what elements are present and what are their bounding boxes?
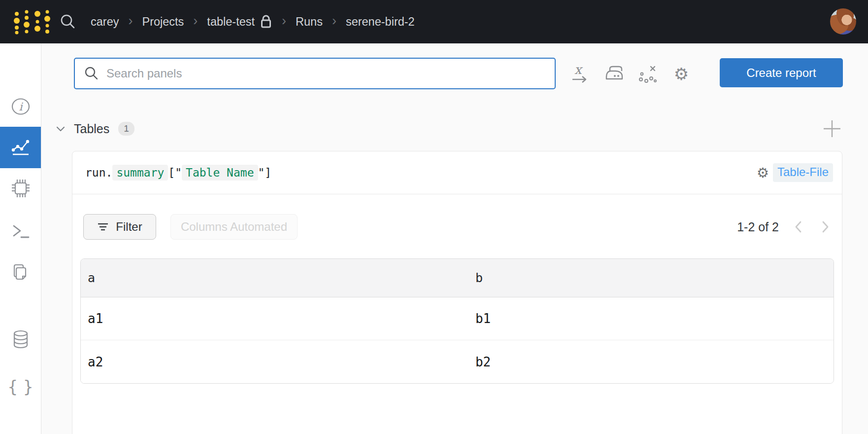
add-panel-button[interactable] [821, 117, 843, 140]
code-braces-icon [7, 377, 33, 397]
database-icon [11, 329, 31, 350]
table-cell: b1 [468, 311, 834, 326]
filter-button-label: Filter [116, 220, 142, 234]
table-row[interactable]: a1 b1 [81, 297, 834, 340]
terminal-icon [11, 223, 31, 241]
private-lock-icon [260, 14, 272, 29]
code-run-prefix: run. [85, 166, 112, 179]
code-open-bracket: [" [168, 166, 182, 179]
svg-text:x: x [574, 63, 583, 77]
panel-type-control[interactable]: Table-File [757, 163, 833, 182]
column-header-a[interactable]: a [81, 271, 468, 285]
breadcrumb-separator: › [332, 13, 336, 31]
global-search-icon[interactable] [59, 13, 77, 31]
code-summary-chip: summary [112, 165, 168, 181]
workspace-settings-gear-icon[interactable] [670, 63, 693, 85]
sidebar-item-artifacts[interactable] [0, 322, 41, 357]
table-cell: a2 [81, 355, 468, 369]
table-toolbar: Filter Columns Automated 1-2 of 2 [83, 214, 834, 240]
breadcrumb-project[interactable]: table-test [207, 15, 255, 29]
filter-button[interactable]: Filter [83, 214, 156, 240]
section-title: Tables [74, 122, 109, 136]
search-icon [84, 66, 100, 81]
tables-section-header: Tables 1 [54, 118, 134, 139]
smoothing-iron-icon[interactable] [603, 63, 626, 85]
panel-search [74, 58, 556, 89]
workspace-main: x Create report Tables 1 [41, 43, 868, 434]
svg-text:i: i [19, 101, 23, 113]
sidebar-item-files[interactable] [0, 255, 41, 289]
section-count-badge: 1 [118, 122, 134, 136]
sidebar-item-system[interactable] [0, 171, 41, 206]
panel-key-expression: run.summary["Table Name"] [85, 166, 271, 179]
plus-icon [822, 118, 842, 139]
sidebar-item-overview[interactable]: i [0, 89, 41, 124]
cpu-chip-icon [10, 178, 32, 199]
line-chart-icon [10, 137, 32, 158]
chevron-right-icon [822, 220, 830, 233]
panel-header: run.summary["Table Name"] Table-File [72, 151, 842, 194]
data-table: a b a1 b1 a2 b2 [80, 258, 834, 384]
filter-lines-icon [97, 222, 109, 232]
columns-automated-button[interactable]: Columns Automated [170, 214, 298, 240]
breadcrumb-projects[interactable]: Projects [142, 15, 184, 29]
outliers-icon[interactable] [636, 63, 659, 85]
pagination-label: 1-2 of 2 [737, 220, 779, 234]
breadcrumb-user[interactable]: carey [91, 15, 119, 29]
breadcrumb-separator: › [128, 13, 133, 31]
previous-page-button[interactable] [790, 218, 806, 235]
x-axis-settings-icon[interactable]: x [568, 63, 591, 85]
top-bar: carey › Projects › table-test › Runs › s… [0, 0, 868, 43]
table-cell: b2 [468, 355, 834, 369]
breadcrumb-separator: › [282, 13, 286, 31]
breadcrumb: carey › Projects › table-test › Runs › s… [91, 13, 415, 31]
files-icon [11, 262, 31, 282]
table-panel-card: run.summary["Table Name"] Table-File Fil… [72, 151, 842, 434]
breadcrumb-runs[interactable]: Runs [296, 15, 323, 29]
column-header-b[interactable]: b [468, 271, 834, 285]
code-table-name-chip: Table Name [182, 165, 258, 181]
user-avatar[interactable] [830, 8, 856, 35]
table-header-row: a b [81, 259, 834, 297]
info-icon: i [10, 96, 31, 117]
pagination: 1-2 of 2 [737, 218, 834, 235]
sidebar-item-code[interactable] [0, 369, 41, 404]
wandb-logo-icon[interactable] [12, 9, 52, 35]
next-page-button[interactable] [817, 218, 834, 235]
breadcrumb-separator: › [193, 13, 198, 31]
sidebar-item-logs[interactable] [0, 215, 41, 249]
breadcrumb-run-name[interactable]: serene-bird-2 [346, 15, 415, 29]
create-report-button[interactable]: Create report [720, 58, 843, 87]
panel-settings-gear-icon[interactable] [757, 165, 769, 181]
table-cell: a1 [81, 311, 468, 326]
table-row[interactable]: a2 b2 [81, 340, 834, 383]
section-collapse-chevron-icon[interactable] [54, 122, 67, 135]
sidebar-item-charts[interactable] [0, 127, 41, 168]
search-panels-input[interactable] [74, 58, 556, 89]
run-sidebar: i [0, 43, 41, 434]
chevron-left-icon [794, 220, 802, 233]
code-close-bracket: "] [258, 166, 272, 179]
panel-type-label[interactable]: Table-File [773, 163, 833, 182]
gear-icon [674, 64, 689, 84]
